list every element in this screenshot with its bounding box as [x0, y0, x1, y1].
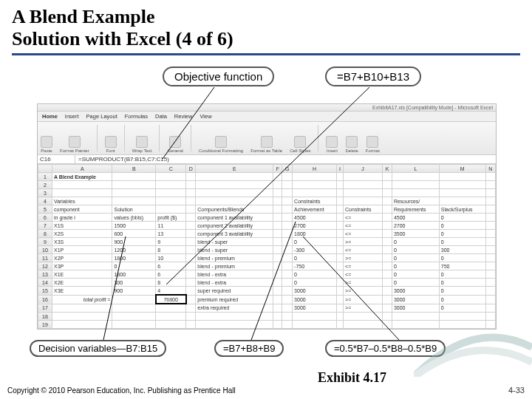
cell[interactable]	[186, 173, 196, 181]
col-header[interactable]: D	[186, 165, 196, 173]
cell[interactable]	[282, 181, 293, 189]
cell[interactable]: X1P	[52, 246, 112, 254]
table-row[interactable]: 14X2E3008blend - extra0>=00	[38, 279, 496, 287]
tab-home[interactable]: Home	[42, 113, 58, 120]
col-header[interactable]: N	[485, 165, 495, 173]
cell[interactable]	[344, 173, 383, 181]
cell[interactable]	[383, 173, 392, 181]
cell[interactable]	[485, 230, 495, 238]
cell[interactable]	[156, 197, 186, 205]
cell[interactable]	[282, 205, 293, 214]
cell[interactable]: X3P	[52, 262, 112, 270]
row-header[interactable]: 7	[38, 222, 52, 230]
cell[interactable]	[186, 279, 196, 287]
cell[interactable]	[52, 189, 112, 197]
cell[interactable]	[336, 214, 343, 222]
cell[interactable]	[273, 304, 282, 313]
cell[interactable]	[273, 246, 282, 254]
cell[interactable]	[273, 238, 282, 246]
cell[interactable]	[485, 287, 495, 296]
cell[interactable]	[112, 173, 156, 181]
cell[interactable]	[485, 197, 495, 205]
row-header[interactable]: 14	[38, 279, 52, 287]
row-header[interactable]: 4	[38, 197, 52, 205]
cell[interactable]	[273, 270, 282, 279]
cell[interactable]	[156, 313, 186, 321]
cell[interactable]: total profit =	[52, 295, 112, 304]
cell[interactable]	[485, 262, 495, 270]
cell[interactable]	[485, 295, 495, 304]
cell[interactable]	[439, 189, 485, 197]
col-header[interactable]: E	[196, 165, 273, 173]
cell[interactable]: 1500	[112, 222, 156, 230]
ribbon-tabs[interactable]: Home Insert Page Layout Formulas Data Re…	[38, 112, 496, 122]
cell[interactable]	[336, 238, 343, 246]
col-header[interactable]: F	[273, 165, 282, 173]
cell[interactable]: 4500	[293, 214, 337, 222]
cell[interactable]	[186, 197, 196, 205]
cell[interactable]: 300	[439, 246, 485, 254]
cell[interactable]: blend - premium	[196, 262, 273, 270]
cell[interactable]	[383, 287, 392, 296]
cell[interactable]	[392, 173, 439, 181]
ribbon-font[interactable]: Font	[105, 136, 117, 153]
cell[interactable]: 900	[112, 238, 156, 246]
cell[interactable]	[439, 173, 485, 181]
cell[interactable]: 3500	[392, 230, 439, 238]
cell[interactable]: 3000	[293, 287, 337, 296]
cell[interactable]	[336, 254, 343, 262]
cell[interactable]: component 3 availability	[196, 230, 273, 238]
cell[interactable]	[485, 246, 495, 254]
table-row[interactable]: 1A Blend Example	[38, 173, 496, 181]
cell[interactable]	[273, 279, 282, 287]
cell[interactable]	[336, 279, 343, 287]
cell[interactable]	[336, 313, 343, 321]
cell[interactable]: A Blend Example	[52, 173, 112, 181]
cell[interactable]	[196, 181, 273, 189]
cell[interactable]	[282, 262, 293, 270]
cell[interactable]: 3000	[293, 304, 337, 313]
cell[interactable]	[336, 173, 343, 181]
row-header[interactable]: 2	[38, 181, 52, 189]
cell[interactable]	[485, 189, 495, 197]
cell[interactable]	[383, 246, 392, 254]
cell[interactable]	[485, 181, 495, 189]
cell[interactable]	[282, 246, 293, 254]
table-row[interactable]: 19	[38, 321, 496, 329]
table-row[interactable]: 3	[38, 189, 496, 197]
cell[interactable]: component 1 availability	[196, 214, 273, 222]
row-header[interactable]: 9	[38, 238, 52, 246]
cell[interactable]	[273, 287, 282, 296]
worksheet[interactable]: ABCDEFGHIJKLMN 1A Blend Example234Variab…	[38, 164, 496, 329]
cell[interactable]: Achievement	[293, 205, 337, 214]
cell[interactable]	[383, 230, 392, 238]
cell[interactable]: 0	[112, 262, 156, 270]
cell[interactable]: 13	[156, 230, 186, 238]
cell[interactable]	[282, 238, 293, 246]
cell[interactable]	[273, 181, 282, 189]
ribbon-delete[interactable]: Delete	[345, 136, 358, 153]
cell[interactable]	[439, 313, 485, 321]
cell[interactable]	[156, 189, 186, 197]
cell[interactable]: <=	[344, 230, 383, 238]
cell[interactable]: >=	[344, 287, 383, 296]
col-header[interactable]: A	[52, 165, 112, 173]
cell[interactable]	[383, 254, 392, 262]
cell[interactable]: 0	[392, 238, 439, 246]
cell[interactable]	[336, 222, 343, 230]
cell[interactable]: 0	[392, 279, 439, 287]
cell[interactable]	[383, 238, 392, 246]
cell[interactable]	[485, 270, 495, 279]
cell[interactable]	[336, 287, 343, 296]
cell[interactable]	[112, 321, 156, 329]
row-header[interactable]: 6	[38, 214, 52, 222]
cell[interactable]: <=	[344, 214, 383, 222]
cell[interactable]	[273, 189, 282, 197]
col-header[interactable]: G	[282, 165, 293, 173]
cell[interactable]: 2700	[392, 222, 439, 230]
cell[interactable]	[282, 254, 293, 262]
cell[interactable]	[336, 270, 343, 279]
cell[interactable]	[186, 321, 196, 329]
cell[interactable]: 8	[156, 279, 186, 287]
row-header[interactable]: 12	[38, 262, 52, 270]
